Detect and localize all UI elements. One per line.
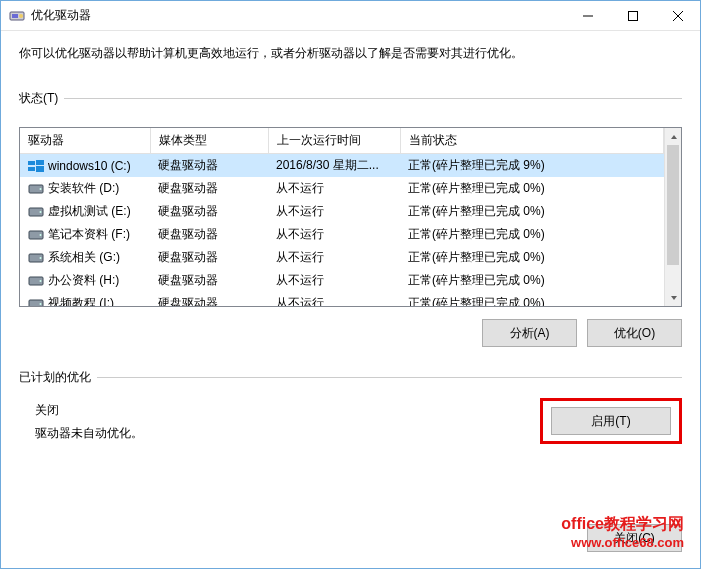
svg-rect-10 (36, 166, 44, 172)
svg-marker-23 (671, 135, 677, 139)
scheduled-status: 关闭 (35, 402, 143, 419)
svg-marker-24 (671, 296, 677, 300)
section-divider (64, 98, 682, 99)
drive-media: 硬盘驱动器 (150, 154, 268, 178)
drive-status: 正常(碎片整理已完成 0%) (400, 223, 664, 246)
drive-media: 硬盘驱动器 (150, 223, 268, 246)
drive-status: 正常(碎片整理已完成 0%) (400, 246, 664, 269)
highlight-box: 启用(T) (540, 398, 682, 444)
scheduled-label: 已计划的优化 (19, 369, 91, 386)
table-row[interactable]: windows10 (C:)硬盘驱动器2016/8/30 星期二...正常(碎片… (20, 154, 664, 178)
svg-rect-8 (36, 160, 44, 165)
table-row[interactable]: 办公资料 (H:)硬盘驱动器从不运行正常(碎片整理已完成 0%) (20, 269, 664, 292)
analyze-button[interactable]: 分析(A) (482, 319, 577, 347)
window-title: 优化驱动器 (31, 7, 565, 24)
section-divider (97, 377, 682, 378)
close-window-button[interactable]: 关闭(C) (587, 524, 682, 552)
scroll-track[interactable] (665, 145, 681, 289)
svg-point-12 (40, 188, 42, 190)
svg-rect-9 (28, 167, 35, 171)
drive-media: 硬盘驱动器 (150, 177, 268, 200)
minimize-button[interactable] (565, 1, 610, 30)
drive-media: 硬盘驱动器 (150, 269, 268, 292)
table-row[interactable]: 系统相关 (G:)硬盘驱动器从不运行正常(碎片整理已完成 0%) (20, 246, 664, 269)
svg-rect-7 (28, 161, 35, 165)
col-drive[interactable]: 驱动器 (20, 128, 150, 154)
svg-point-22 (40, 303, 42, 305)
drive-status: 正常(碎片整理已完成 0%) (400, 269, 664, 292)
table-row[interactable]: 视频教程 (I:)硬盘驱动器从不运行正常(碎片整理已完成 0%) (20, 292, 664, 306)
status-label: 状态(T) (19, 90, 58, 107)
drive-icon (28, 252, 44, 264)
scroll-down-button[interactable] (665, 289, 682, 306)
scrollbar[interactable] (664, 128, 681, 306)
table-header-row: 驱动器 媒体类型 上一次运行时间 当前状态 (20, 128, 664, 154)
scroll-thumb[interactable] (667, 145, 679, 265)
drive-name: 视频教程 (I:) (48, 295, 114, 306)
drive-status: 正常(碎片整理已完成 0%) (400, 177, 664, 200)
svg-rect-4 (628, 11, 637, 20)
table-row[interactable]: 安装软件 (D:)硬盘驱动器从不运行正常(碎片整理已完成 0%) (20, 177, 664, 200)
drive-media: 硬盘驱动器 (150, 246, 268, 269)
svg-point-14 (40, 211, 42, 213)
optimize-drives-window: 优化驱动器 你可以优化驱动器以帮助计算机更高效地运行，或者分析驱动器以了解是否需… (0, 0, 701, 569)
drive-media: 硬盘驱动器 (150, 292, 268, 306)
svg-point-20 (40, 280, 42, 282)
drive-lastrun: 从不运行 (268, 246, 400, 269)
svg-point-2 (19, 14, 23, 18)
app-icon (9, 8, 25, 24)
close-button[interactable] (655, 1, 700, 30)
drive-lastrun: 2016/8/30 星期二... (268, 154, 400, 178)
drive-media: 硬盘驱动器 (150, 200, 268, 223)
drive-status: 正常(碎片整理已完成 9%) (400, 154, 664, 178)
drive-icon (28, 160, 44, 172)
drives-table: 驱动器 媒体类型 上一次运行时间 当前状态 windows10 (C:)硬盘驱动… (19, 127, 682, 307)
drive-status: 正常(碎片整理已完成 0%) (400, 292, 664, 306)
drive-lastrun: 从不运行 (268, 269, 400, 292)
col-lastrun[interactable]: 上一次运行时间 (268, 128, 400, 154)
optimize-button[interactable]: 优化(O) (587, 319, 682, 347)
drive-lastrun: 从不运行 (268, 292, 400, 306)
col-current[interactable]: 当前状态 (400, 128, 664, 154)
drive-name: 系统相关 (G:) (48, 249, 120, 266)
drive-icon (28, 206, 44, 218)
drive-icon (28, 298, 44, 307)
drive-name: 笔记本资料 (F:) (48, 226, 130, 243)
table-row[interactable]: 虚拟机测试 (E:)硬盘驱动器从不运行正常(碎片整理已完成 0%) (20, 200, 664, 223)
svg-point-16 (40, 234, 42, 236)
drive-name: 虚拟机测试 (E:) (48, 203, 131, 220)
table-row[interactable]: 笔记本资料 (F:)硬盘驱动器从不运行正常(碎片整理已完成 0%) (20, 223, 664, 246)
drive-lastrun: 从不运行 (268, 200, 400, 223)
drive-lastrun: 从不运行 (268, 177, 400, 200)
maximize-button[interactable] (610, 1, 655, 30)
svg-point-18 (40, 257, 42, 259)
drive-lastrun: 从不运行 (268, 223, 400, 246)
enable-button[interactable]: 启用(T) (551, 407, 671, 435)
drive-icon (28, 229, 44, 241)
titlebar: 优化驱动器 (1, 1, 700, 31)
drive-icon (28, 275, 44, 287)
drive-name: 安装软件 (D:) (48, 180, 119, 197)
scroll-up-button[interactable] (665, 128, 682, 145)
svg-rect-1 (12, 14, 18, 18)
col-media[interactable]: 媒体类型 (150, 128, 268, 154)
drive-name: windows10 (C:) (48, 159, 131, 173)
drive-status: 正常(碎片整理已完成 0%) (400, 200, 664, 223)
drive-name: 办公资料 (H:) (48, 272, 119, 289)
scheduled-message: 驱动器未自动优化。 (35, 425, 143, 442)
description-text: 你可以优化驱动器以帮助计算机更高效地运行，或者分析驱动器以了解是否需要对其进行优… (19, 45, 682, 62)
drive-icon (28, 183, 44, 195)
